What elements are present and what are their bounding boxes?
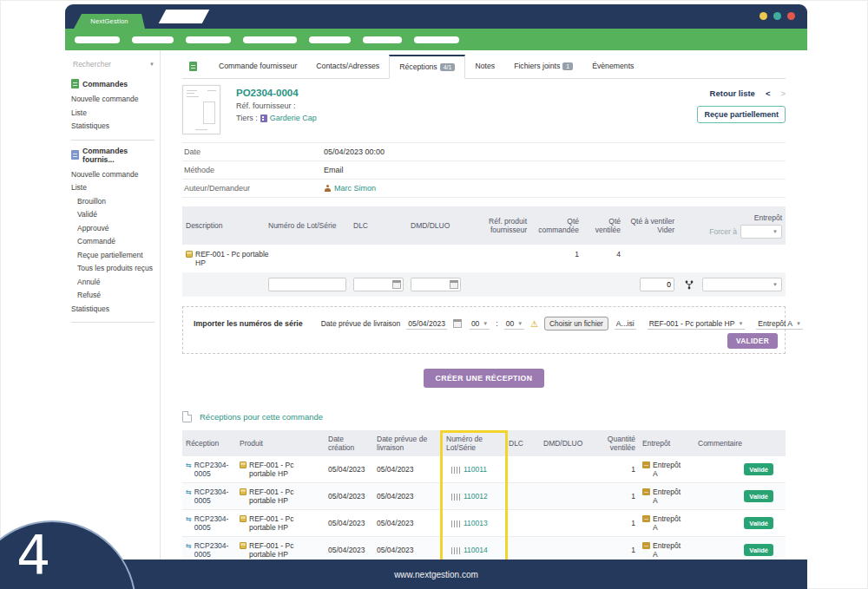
order-document-icon	[189, 62, 197, 71]
reception-icon: ⇆	[186, 488, 192, 497]
warehouse-link[interactable]: Entrepôt A	[653, 541, 684, 559]
choose-file-button[interactable]: Choisir un fichier	[544, 317, 608, 330]
sidebar-section-commandes-fournisseurs[interactable]: Commandes fournis...	[71, 147, 156, 164]
tab-notes[interactable]: Notes	[465, 62, 504, 78]
warehouse-link[interactable]: Entrepôt A	[653, 488, 684, 505]
next-record-arrow[interactable]: >	[780, 88, 786, 98]
sidebar-item-approuve[interactable]: Approuvé	[71, 222, 156, 236]
nav-pill[interactable]	[132, 36, 174, 43]
main-menubar	[65, 29, 807, 50]
sidebar-item-statistiques-f[interactable]: Statistiques	[71, 303, 156, 317]
forcer-a-select[interactable]: ▼	[740, 225, 782, 239]
user-icon	[324, 185, 331, 192]
sidebar-item-refuse[interactable]: Refusé	[71, 289, 156, 303]
dispatch-table-header: Description Numéro de Lot/Série DLC DMD/…	[182, 206, 786, 245]
tab-receptions[interactable]: Réceptions4/1	[389, 55, 465, 79]
barcode-icon	[451, 467, 461, 474]
retour-liste-link[interactable]: Retour liste	[710, 88, 755, 98]
date-prevue-label: Date prévue de livraison	[321, 319, 401, 328]
warehouse-icon	[642, 515, 650, 522]
valider-button[interactable]: VALIDER	[727, 333, 778, 349]
sidebar-item-nouvelle-commande[interactable]: Nouvelle commande	[71, 93, 156, 107]
tab-evenements[interactable]: Évènements	[582, 62, 643, 78]
info-row-methode: Méthode Email	[182, 161, 786, 180]
dispatch-split-icon[interactable]	[685, 280, 694, 290]
qty-a-ventiler-input[interactable]	[640, 278, 674, 291]
nav-pill[interactable]	[243, 36, 297, 43]
receptions-section-title: Réceptions pour cette commande	[182, 411, 786, 422]
ref-fournisseur-line: Réf. fournisseur :	[236, 101, 317, 110]
status-badge: Validé	[744, 544, 773, 556]
minute-select[interactable]: 00▼	[504, 318, 524, 330]
divider	[71, 140, 155, 141]
sidebar-item-recue-partiellement[interactable]: Reçue partiellement	[71, 249, 156, 263]
canvas: NextGestion Rechercher ▼	[0, 0, 868, 589]
hour-select[interactable]: 00▼	[470, 318, 490, 330]
reception-link[interactable]: RCP2304-0005	[194, 488, 233, 505]
product-link[interactable]: REF-001 - Pc portable HP	[195, 250, 270, 267]
serial-link[interactable]: 110013	[464, 519, 488, 527]
sidebar-item-commande[interactable]: Commandé	[71, 235, 156, 249]
reception-link[interactable]: RCP2304-0005	[194, 541, 233, 559]
window-dot-yellow	[760, 12, 767, 20]
reception-icon: ⇆	[186, 541, 192, 551]
tab-fichiers-joints[interactable]: Fichiers joints1	[504, 62, 582, 78]
product-link[interactable]: REF-001 - Pc portable HP	[249, 514, 321, 532]
document-thumbnail[interactable]	[182, 85, 220, 134]
calendar-icon[interactable]	[392, 280, 401, 289]
import-product-select[interactable]: REF-001 - Pc portable HP▼	[648, 318, 746, 330]
vider-link[interactable]: Vider	[657, 226, 674, 234]
lot-serial-input[interactable]	[268, 278, 346, 291]
brand-tab[interactable]: NextGestion	[74, 14, 145, 29]
nav-pill[interactable]	[75, 36, 120, 43]
search-placeholder: Rechercher	[73, 60, 111, 69]
product-icon	[186, 251, 193, 258]
create-reception-button[interactable]: CRÉER UNE RÉCEPTION	[424, 369, 545, 388]
serial-link[interactable]: 110011	[464, 465, 487, 474]
product-link[interactable]: REF-001 - Pc portable HP	[249, 488, 321, 505]
sidebar-item-annule[interactable]: Annulé	[71, 276, 156, 290]
date-prevue-input[interactable]: 05/04/2023	[406, 318, 447, 330]
tiers-label: Tiers :	[236, 114, 258, 122]
product-link[interactable]: REF-001 - Pc portable HP	[249, 541, 321, 559]
qty-ventilee-value: 4	[582, 245, 624, 272]
tab-commande-fournisseur[interactable]: Commande fournisseur	[209, 62, 306, 78]
calendar-icon[interactable]	[450, 280, 458, 289]
import-warehouse-select[interactable]: Entrepôt A▼	[756, 318, 803, 330]
prev-record-arrow[interactable]: <	[766, 88, 771, 98]
nav-pill[interactable]	[414, 36, 459, 43]
reception-link[interactable]: RCP2304-0005	[194, 461, 233, 478]
serial-link[interactable]: 110012	[464, 492, 488, 501]
entrepot-select[interactable]: ▼	[702, 278, 782, 291]
tiers-link[interactable]: Garderie Cap	[270, 114, 317, 122]
status-badge[interactable]: Reçue partiellement	[697, 106, 786, 123]
barcode-icon	[451, 494, 461, 501]
reception-link[interactable]: RCP2304-0005	[194, 514, 233, 532]
sidebar-item-brouillon[interactable]: Brouillon	[71, 195, 156, 209]
author-link[interactable]: Marc Simon	[334, 184, 376, 193]
sidebar-item-liste[interactable]: Liste	[71, 107, 156, 121]
calendar-icon[interactable]	[453, 319, 462, 328]
sidebar-item-tous-produits-recus[interactable]: Tous les produits reçus	[71, 262, 156, 276]
sidebar-section-commandes[interactable]: Commandes	[71, 79, 156, 88]
dmd-date-field[interactable]	[411, 278, 450, 291]
sidebar-item-nouvelle-commande-f[interactable]: Nouvelle commande	[71, 168, 156, 182]
info-row-date: Date 05/04/2023 00:00	[182, 142, 786, 161]
sidebar-item-statistiques[interactable]: Statistiques	[71, 120, 156, 134]
dlc-date-input[interactable]	[353, 278, 404, 291]
dmd-date-input[interactable]	[411, 278, 461, 291]
search-input[interactable]: Rechercher ▼	[71, 57, 156, 71]
nav-pill[interactable]	[186, 36, 231, 43]
sidebar-item-liste-f[interactable]: Liste	[71, 181, 156, 195]
window-dot-red	[787, 12, 795, 20]
warehouse-link[interactable]: Entrepôt A	[653, 514, 684, 532]
dlc-date-field[interactable]	[354, 278, 392, 291]
product-link[interactable]: REF-001 - Pc portable HP	[249, 461, 321, 478]
tab-contacts-adresses[interactable]: Contacts/Adresses	[306, 62, 389, 78]
serial-link[interactable]: 110014	[464, 546, 488, 554]
divider	[71, 322, 155, 323]
nav-pill[interactable]	[363, 36, 402, 43]
nav-pill[interactable]	[309, 36, 351, 43]
warehouse-link[interactable]: Entrepôt A	[653, 461, 684, 478]
sidebar-item-valide[interactable]: Validé	[71, 208, 156, 222]
